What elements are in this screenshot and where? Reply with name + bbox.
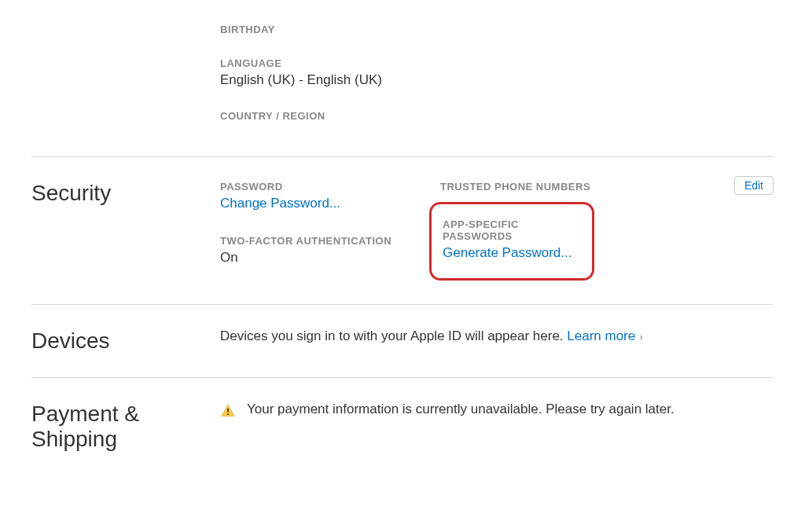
devices-section: Devices Devices you sign in to with your… — [31, 304, 774, 377]
security-section: Security PASSWORD Change Password... TWO… — [31, 156, 774, 304]
learn-more-link[interactable]: Learn more › — [567, 328, 642, 343]
svg-rect-1 — [227, 413, 229, 415]
warning-icon — [220, 403, 236, 419]
chevron-right-icon: › — [637, 332, 642, 343]
security-title: Security — [31, 181, 220, 281]
payment-shipping-section: Payment & Shipping Your payment informat… — [31, 377, 774, 475]
devices-title: Devices — [31, 328, 220, 354]
app-specific-highlight: APP-SPECIFIC PASSWORDS Generate Password… — [429, 202, 594, 281]
change-password-link[interactable]: Change Password... — [220, 196, 440, 211]
trusted-phone-label: TRUSTED PHONE NUMBERS — [440, 181, 660, 193]
payment-shipping-title: Payment & Shipping — [31, 402, 220, 452]
language-label: LANGUAGE — [220, 57, 774, 69]
app-specific-label: APP-SPECIFIC PASSWORDS — [443, 218, 579, 242]
birthday-label: BIRTHDAY — [220, 24, 774, 35]
svg-rect-0 — [227, 409, 229, 413]
country-region-label: COUNTRY / REGION — [220, 110, 774, 122]
two-factor-label: TWO-FACTOR AUTHENTICATION — [220, 235, 440, 247]
payment-warning-text: Your payment information is currently un… — [247, 402, 675, 417]
generate-password-link[interactable]: Generate Password... — [443, 245, 579, 261]
two-factor-value: On — [220, 250, 440, 266]
language-value: English (UK) - English (UK) — [220, 72, 774, 88]
edit-button[interactable]: Edit — [734, 176, 774, 195]
devices-text: Devices you sign in to with your Apple I… — [220, 328, 567, 343]
password-label: PASSWORD — [220, 181, 440, 193]
